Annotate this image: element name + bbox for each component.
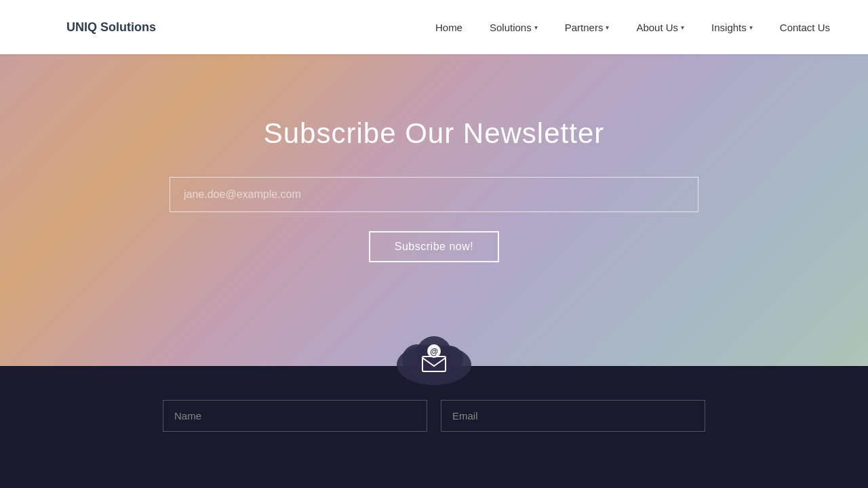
email-input-wrapper	[170, 177, 698, 212]
svg-point-6	[39, 24, 41, 26]
nav-item-insights[interactable]: Insights ▾	[701, 16, 764, 39]
nav-link-contact[interactable]: Contact Us	[769, 16, 841, 39]
brand-name: UNIQ Solutions	[66, 20, 156, 35]
subscribe-button[interactable]: Subscribe now!	[369, 231, 499, 262]
footer-email-input[interactable]	[441, 400, 705, 432]
nav-link-about[interactable]: About Us ▾	[625, 16, 695, 39]
chevron-down-icon: ▾	[534, 24, 538, 31]
nav-item-solutions[interactable]: Solutions ▾	[479, 16, 549, 39]
svg-point-8	[47, 18, 50, 20]
nav-item-partners[interactable]: Partners ▾	[554, 16, 620, 39]
chevron-down-icon: ▾	[749, 24, 753, 31]
nav-link-solutions[interactable]: Solutions ▾	[479, 16, 549, 39]
svg-point-17	[36, 19, 38, 21]
chevron-down-icon: ▾	[681, 24, 684, 31]
hero-bottom-icon: @	[390, 325, 478, 386]
nav-item-about[interactable]: About Us ▾	[625, 16, 695, 39]
email-input[interactable]	[170, 177, 698, 212]
svg-point-0	[42, 26, 45, 28]
svg-point-16	[34, 24, 36, 26]
nav-item-home[interactable]: Home	[425, 16, 473, 39]
svg-point-10	[52, 27, 54, 29]
footer-form-row	[163, 400, 705, 432]
svg-point-5	[39, 29, 41, 31]
svg-text:@: @	[430, 347, 438, 357]
svg-point-1	[43, 22, 45, 24]
chevron-down-icon: ▾	[606, 24, 609, 31]
logo-icon	[27, 11, 60, 43]
svg-point-9	[51, 22, 53, 24]
svg-point-12	[45, 35, 47, 37]
footer-name-input[interactable]	[163, 400, 427, 432]
svg-point-15	[34, 28, 36, 30]
svg-point-11	[50, 32, 52, 34]
svg-point-7	[43, 17, 45, 19]
cloud-email-icon: @	[390, 325, 478, 386]
svg-point-18	[40, 17, 42, 19]
brand-logo[interactable]: UNIQ Solutions	[27, 11, 156, 43]
svg-point-14	[36, 33, 38, 35]
hero-section: Subscribe Our Newsletter Subscribe now! …	[0, 54, 868, 366]
navbar: UNIQ Solutions Home Solutions ▾ Partners…	[0, 0, 868, 54]
nav-link-partners[interactable]: Partners ▾	[554, 16, 620, 39]
newsletter-title: Subscribe Our Newsletter	[264, 117, 605, 150]
svg-point-3	[47, 29, 49, 31]
nav-item-contact[interactable]: Contact Us	[769, 16, 841, 39]
nav-link-insights[interactable]: Insights ▾	[701, 16, 764, 39]
svg-point-4	[43, 31, 45, 33]
svg-point-2	[47, 24, 49, 26]
svg-point-13	[41, 35, 43, 37]
navbar-nav: Home Solutions ▾ Partners ▾ About Us ▾ I…	[425, 16, 841, 39]
nav-link-home[interactable]: Home	[425, 16, 473, 39]
